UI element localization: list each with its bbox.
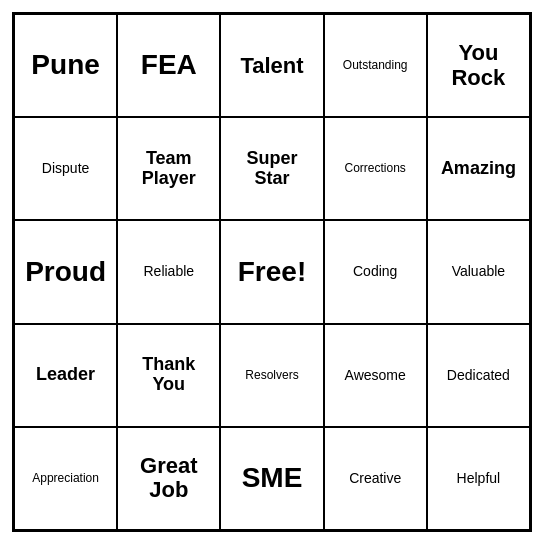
bingo-cell-24[interactable]: Helpful xyxy=(427,427,530,530)
bingo-cell-text-19: Dedicated xyxy=(432,368,525,383)
bingo-cell-19[interactable]: Dedicated xyxy=(427,324,530,427)
bingo-cell-4[interactable]: YouRock xyxy=(427,14,530,117)
bingo-cell-text-22: SME xyxy=(225,463,318,494)
bingo-cell-text-4: YouRock xyxy=(432,41,525,89)
bingo-cell-text-12: Free! xyxy=(225,257,318,288)
bingo-cell-text-11: Reliable xyxy=(122,264,215,279)
bingo-cell-text-15: Leader xyxy=(19,365,112,385)
bingo-cell-text-20: Appreciation xyxy=(19,472,112,485)
bingo-cell-text-9: Amazing xyxy=(432,159,525,179)
bingo-board: PuneFEATalentOutstandingYouRockDisputeTe… xyxy=(12,12,532,532)
bingo-cell-text-2: Talent xyxy=(225,54,318,78)
bingo-cell-6[interactable]: TeamPlayer xyxy=(117,117,220,220)
bingo-cell-text-18: Awesome xyxy=(329,368,422,383)
bingo-cell-21[interactable]: GreatJob xyxy=(117,427,220,530)
bingo-cell-text-14: Valuable xyxy=(432,264,525,279)
bingo-cell-text-17: Resolvers xyxy=(225,369,318,382)
bingo-cell-0[interactable]: Pune xyxy=(14,14,117,117)
bingo-cell-text-13: Coding xyxy=(329,264,422,279)
bingo-cell-text-0: Pune xyxy=(19,50,112,81)
bingo-cell-14[interactable]: Valuable xyxy=(427,220,530,323)
bingo-cell-17[interactable]: Resolvers xyxy=(220,324,323,427)
bingo-cell-16[interactable]: ThankYou xyxy=(117,324,220,427)
bingo-cell-text-5: Dispute xyxy=(19,161,112,176)
bingo-cell-7[interactable]: SuperStar xyxy=(220,117,323,220)
bingo-cell-13[interactable]: Coding xyxy=(324,220,427,323)
bingo-cell-9[interactable]: Amazing xyxy=(427,117,530,220)
bingo-cell-text-8: Corrections xyxy=(329,162,422,175)
bingo-cell-11[interactable]: Reliable xyxy=(117,220,220,323)
bingo-cell-20[interactable]: Appreciation xyxy=(14,427,117,530)
bingo-cell-text-23: Creative xyxy=(329,471,422,486)
bingo-cell-text-24: Helpful xyxy=(432,471,525,486)
bingo-cell-text-3: Outstanding xyxy=(329,59,422,72)
bingo-cell-text-1: FEA xyxy=(122,50,215,81)
bingo-cell-23[interactable]: Creative xyxy=(324,427,427,530)
bingo-cell-5[interactable]: Dispute xyxy=(14,117,117,220)
bingo-cell-22[interactable]: SME xyxy=(220,427,323,530)
bingo-cell-text-6: TeamPlayer xyxy=(122,149,215,189)
bingo-cell-18[interactable]: Awesome xyxy=(324,324,427,427)
bingo-cell-2[interactable]: Talent xyxy=(220,14,323,117)
bingo-cell-15[interactable]: Leader xyxy=(14,324,117,427)
bingo-cell-text-16: ThankYou xyxy=(122,355,215,395)
bingo-cell-3[interactable]: Outstanding xyxy=(324,14,427,117)
bingo-cell-12[interactable]: Free! xyxy=(220,220,323,323)
bingo-cell-text-7: SuperStar xyxy=(225,149,318,189)
bingo-cell-10[interactable]: Proud xyxy=(14,220,117,323)
bingo-cell-text-21: GreatJob xyxy=(122,454,215,502)
bingo-cell-8[interactable]: Corrections xyxy=(324,117,427,220)
bingo-cell-text-10: Proud xyxy=(19,257,112,288)
bingo-cell-1[interactable]: FEA xyxy=(117,14,220,117)
